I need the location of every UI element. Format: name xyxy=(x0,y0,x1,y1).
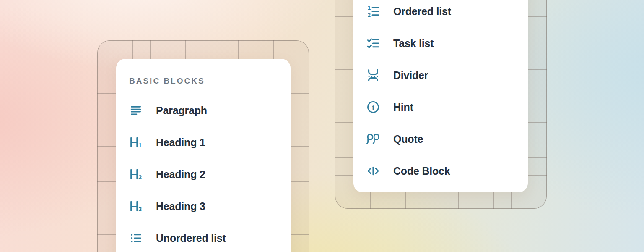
menu-item-paragraph[interactable]: Paragraph xyxy=(116,94,291,126)
menu-item-label: Heading 2 xyxy=(156,168,205,181)
menu-item-label: Ordered list xyxy=(393,5,451,18)
hint-icon: i xyxy=(366,100,381,115)
menu-item-label: Task list xyxy=(393,37,434,50)
menu-item-ordered-list[interactable]: 1 2 Ordered list xyxy=(353,0,528,27)
ordered-list-icon: 1 2 xyxy=(366,4,381,19)
task-list-icon xyxy=(366,36,381,51)
svg-text:2: 2 xyxy=(138,174,142,181)
blocks-menu-continued: 1 2 Ordered list Task list xyxy=(353,0,528,192)
menu-item-label: Quote xyxy=(393,133,423,145)
menu-item-label: Code Block xyxy=(393,165,450,177)
heading-3-icon: 3 xyxy=(128,199,143,214)
menu-item-unordered-list[interactable]: Unordered list xyxy=(116,222,291,252)
menu-item-divider[interactable]: Divider xyxy=(353,59,528,91)
paragraph-icon xyxy=(128,103,143,118)
menu-item-label: Paragraph xyxy=(156,105,207,117)
code-block-icon xyxy=(366,163,381,178)
heading-2-icon: 2 xyxy=(128,167,143,182)
basic-blocks-menu: BASIC BLOCKS Paragraph 1 Heading 1 2 xyxy=(116,59,291,252)
quote-icon xyxy=(366,131,381,147)
menu-item-heading-1[interactable]: 1 Heading 1 xyxy=(116,126,291,158)
unordered-list-icon xyxy=(128,231,143,246)
svg-text:2: 2 xyxy=(368,12,371,18)
menu-item-heading-3[interactable]: 3 Heading 3 xyxy=(116,190,291,222)
menu-item-code-block[interactable]: Code Block xyxy=(353,155,528,187)
menu-item-quote[interactable]: Quote xyxy=(353,123,528,155)
heading-1-icon: 1 xyxy=(128,135,143,150)
menu-item-label: Heading 3 xyxy=(156,200,205,213)
menu-item-label: Heading 1 xyxy=(156,136,205,149)
svg-text:1: 1 xyxy=(368,5,371,11)
divider-icon xyxy=(366,68,381,83)
svg-text:3: 3 xyxy=(138,206,142,213)
menu-item-task-list[interactable]: Task list xyxy=(353,27,528,59)
svg-text:i: i xyxy=(372,103,374,112)
menu-item-label: Unordered list xyxy=(156,232,226,244)
section-label: BASIC BLOCKS xyxy=(129,76,205,86)
menu-item-hint[interactable]: i Hint xyxy=(353,91,528,123)
svg-text:1: 1 xyxy=(138,142,142,149)
menu-item-heading-2[interactable]: 2 Heading 2 xyxy=(116,158,291,190)
section-header: BASIC BLOCKS xyxy=(116,59,291,94)
menu-item-label: Divider xyxy=(393,69,428,81)
menu-item-label: Hint xyxy=(393,101,413,113)
